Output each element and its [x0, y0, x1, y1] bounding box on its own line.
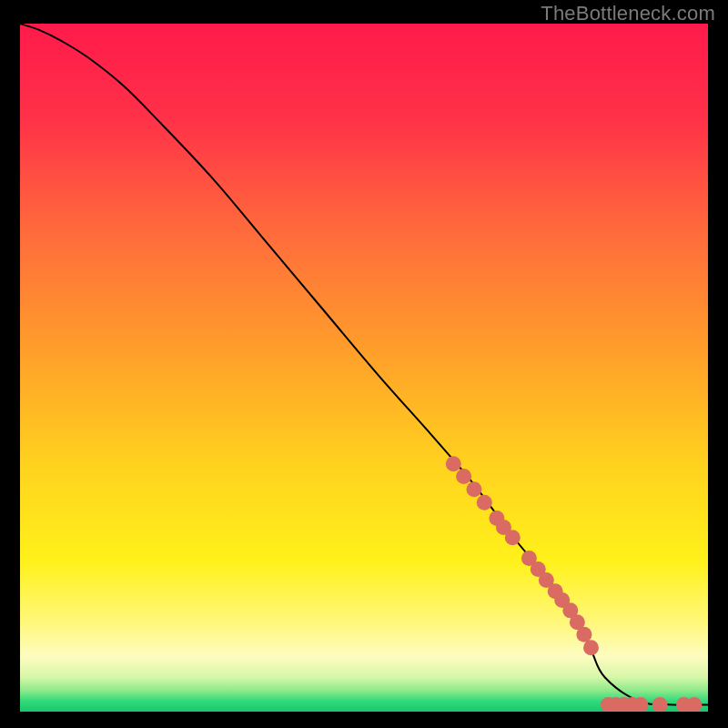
data-marker	[456, 469, 471, 484]
data-marker	[652, 697, 668, 712]
data-marker	[576, 627, 592, 642]
main-curve	[20, 24, 708, 705]
data-marker	[505, 530, 521, 545]
data-marker	[583, 640, 599, 655]
data-marker	[477, 495, 492, 511]
chart-frame: TheBottleneck.com	[0, 0, 728, 728]
plot-area	[20, 24, 708, 712]
data-marker	[466, 481, 481, 497]
data-marker	[446, 456, 461, 471]
curve-layer	[20, 24, 708, 712]
watermark-text: TheBottleneck.com	[541, 2, 715, 25]
